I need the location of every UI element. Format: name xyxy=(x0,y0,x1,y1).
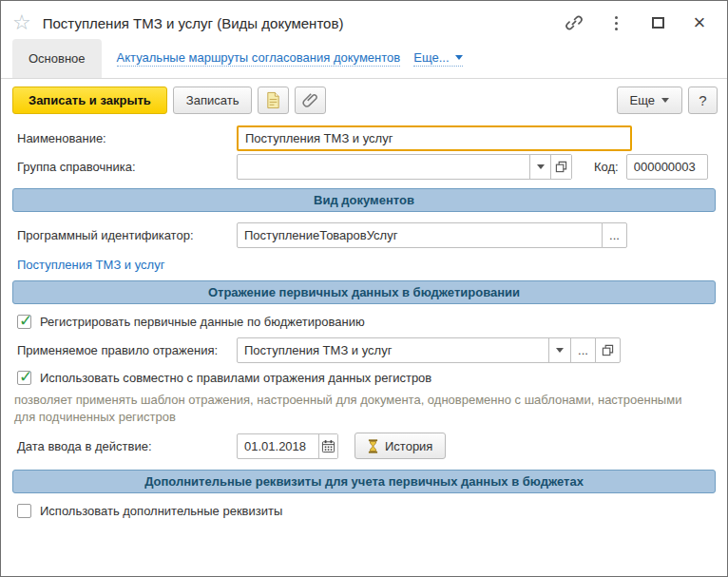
section-additional: Дополнительные реквизиты для учета перви… xyxy=(12,470,716,493)
use-additional-attrs-label: Использовать дополнительные реквизиты xyxy=(40,504,282,518)
hourglass-icon xyxy=(368,439,378,453)
program-id-input-box xyxy=(237,222,603,248)
date-input-box xyxy=(237,433,338,459)
checkbox-icon xyxy=(17,371,31,385)
section-doc-kind: Вид документов xyxy=(12,188,716,212)
kebab-menu-icon[interactable] xyxy=(605,12,626,33)
name-row: Наименование: xyxy=(12,125,716,151)
history-button-label: История xyxy=(385,439,432,453)
maximize-icon[interactable] xyxy=(647,12,668,33)
chevron-down-icon xyxy=(661,98,669,103)
use-additional-attrs-checkbox[interactable]: Использовать дополнительные реквизиты xyxy=(12,504,716,518)
code-input[interactable] xyxy=(627,155,707,179)
rule-dropdown-arrow-icon[interactable] xyxy=(548,338,570,362)
group-open-icon[interactable] xyxy=(550,155,571,179)
form-content: Наименование: Группа справочника: Код: xyxy=(1,121,727,518)
nav-tabs: Основное Актуальные маршруты согласовани… xyxy=(1,39,727,79)
document-button[interactable] xyxy=(258,87,289,114)
register-primary-label: Регистрировать первичные данные по бюдже… xyxy=(40,315,365,329)
document-type-link[interactable]: Поступления ТМЗ и услуг xyxy=(17,258,164,272)
program-id-input[interactable] xyxy=(238,223,602,247)
use-joint-rules-label: Использовать совместно с правилами отраж… xyxy=(40,371,431,385)
nav-link-approval-routes[interactable]: Актуальные маршруты согласования докумен… xyxy=(117,50,401,67)
rule-ellipsis-button[interactable]: ... xyxy=(570,337,596,363)
title-bar: ☆ Поступления ТМЗ и услуг (Виды документ… xyxy=(1,1,727,39)
history-button[interactable]: История xyxy=(354,433,446,459)
group-dropdown-arrow-icon[interactable] xyxy=(529,155,550,179)
calendar-icon[interactable] xyxy=(318,434,337,458)
close-icon[interactable]: × xyxy=(689,12,710,33)
chevron-down-icon xyxy=(455,55,463,60)
date-label: Дата ввода в действие: xyxy=(17,439,237,453)
favorite-star-icon[interactable]: ☆ xyxy=(12,13,31,32)
date-input[interactable] xyxy=(238,434,318,458)
tab-main[interactable]: Основное xyxy=(12,39,102,78)
program-id-ellipsis-button[interactable]: ... xyxy=(602,222,627,248)
window-title: Поступления ТМЗ и услуг (Виды документов… xyxy=(43,15,564,31)
help-button[interactable]: ? xyxy=(688,87,718,114)
app-window: ☆ Поступления ТМЗ и услуг (Виды документ… xyxy=(0,0,728,577)
name-input[interactable] xyxy=(239,127,630,149)
group-input[interactable] xyxy=(238,155,529,179)
code-input-box xyxy=(626,154,708,180)
attachments-button[interactable] xyxy=(295,87,326,114)
program-id-row: Программный идентификатор: ... xyxy=(12,222,716,248)
hint-text: позволяет применять шаблон отражения, на… xyxy=(14,392,704,426)
code-label: Код: xyxy=(594,160,619,174)
rule-label: Применяемое правило отражения: xyxy=(17,343,237,357)
link-chain-icon[interactable] xyxy=(564,12,584,33)
save-button[interactable]: Записать xyxy=(173,87,253,114)
name-input-box xyxy=(237,125,632,151)
register-primary-checkbox[interactable]: Регистрировать первичные данные по бюдже… xyxy=(12,315,716,329)
rule-open-icon[interactable] xyxy=(595,337,621,363)
command-toolbar: Записать и закрыть Записать xyxy=(1,79,727,121)
paperclip-icon xyxy=(301,91,319,109)
group-label: Группа справочника: xyxy=(17,160,237,174)
save-and-close-button[interactable]: Записать и закрыть xyxy=(12,87,167,114)
more-button-label: Еще xyxy=(630,93,655,107)
program-id-label: Программный идентификатор: xyxy=(17,228,237,242)
nav-link-more[interactable]: Еще... xyxy=(413,50,462,67)
use-joint-rules-checkbox[interactable]: Использовать совместно с правилами отраж… xyxy=(12,371,716,385)
section-primary-data: Отражение первичных данных в бюджетирова… xyxy=(12,280,716,304)
rule-row: Применяемое правило отражения: ... xyxy=(12,337,716,363)
checkbox-icon xyxy=(17,315,31,329)
date-row: Дата ввода в действие: xyxy=(12,433,716,459)
nav-link-more-label: Еще... xyxy=(413,50,449,65)
more-button[interactable]: Еще xyxy=(617,87,682,114)
titlebar-actions: × xyxy=(564,12,710,33)
group-row: Группа справочника: Код: xyxy=(12,154,716,180)
group-combo xyxy=(237,154,572,180)
name-label: Наименование: xyxy=(17,131,237,145)
rule-combo xyxy=(237,337,571,363)
document-icon xyxy=(264,91,282,109)
checkbox-icon xyxy=(17,504,31,518)
rule-input[interactable] xyxy=(238,338,548,362)
